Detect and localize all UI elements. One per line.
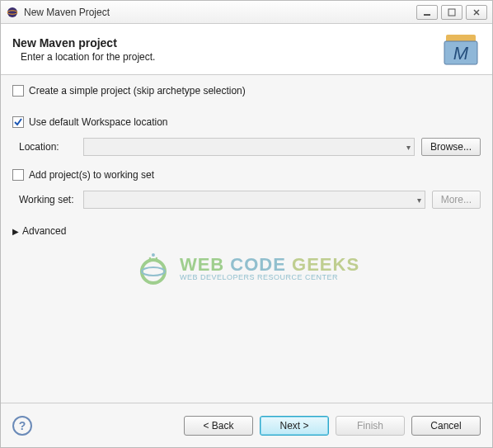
working-set-combo: ▾ [83,191,425,209]
svg-rect-2 [424,14,430,16]
triangle-right-icon: ▶ [12,227,19,236]
svg-rect-3 [448,9,455,16]
close-button[interactable] [466,5,487,20]
simple-project-label: Create a simple project (skip archetype … [29,85,246,97]
working-set-checkbox-row: Add project(s) to working set [12,169,481,181]
footer: ? < Back Next > Finish Cancel [1,403,492,447]
eclipse-icon [6,6,19,19]
svg-point-12 [149,257,151,259]
window-controls [416,5,487,20]
svg-text:M: M [453,43,469,64]
finish-button: Finish [336,416,405,436]
watermark-subtitle: WEB DEVELOPERS RESOURCE CENTER [180,274,359,281]
simple-project-row: Create a simple project (skip archetype … [12,85,481,97]
working-set-label: Working set: [19,194,77,205]
window-title: New Maven Project [24,7,411,18]
svg-point-11 [152,253,155,257]
svg-point-0 [7,7,17,17]
minimize-button[interactable] [416,5,438,20]
browse-button[interactable]: Browse... [421,138,481,156]
simple-project-checkbox[interactable] [12,85,24,97]
location-label: Location: [19,141,77,153]
location-combo[interactable]: ▾ [83,138,415,156]
svg-point-13 [156,257,157,259]
default-workspace-checkbox[interactable] [12,116,24,128]
working-set-row: Working set: ▾ More... [19,191,481,209]
back-button[interactable]: < Back [184,416,253,436]
dialog-window: New Maven Project New Maven project Ente… [0,0,493,448]
content-area: Create a simple project (skip archetype … [1,75,492,403]
next-button[interactable]: Next > [260,416,329,436]
svg-point-10 [142,267,165,276]
maven-icon: M [441,30,481,69]
banner: New Maven project Enter a location for t… [1,24,492,75]
watermark-title: WEB CODE GEEKS [180,256,359,274]
default-workspace-label: Use default Workspace location [29,116,168,128]
banner-heading: New Maven project [12,36,441,50]
maximize-button[interactable] [441,5,462,20]
chevron-down-icon: ▾ [406,143,411,152]
default-workspace-row: Use default Workspace location [12,116,481,128]
help-icon[interactable]: ? [12,416,32,436]
banner-subtext: Enter a location for the project. [12,51,441,63]
location-row: Location: ▾ Browse... [19,138,481,156]
svg-point-9 [142,260,165,283]
advanced-toggle[interactable]: ▶ Advanced [12,225,481,237]
chevron-down-icon: ▾ [417,196,421,205]
working-set-checkbox-label: Add project(s) to working set [29,169,154,181]
watermark: WEB CODE GEEKS WEB DEVELOPERS RESOURCE C… [134,248,359,288]
working-set-checkbox[interactable] [12,169,24,181]
more-button: More... [432,191,481,209]
titlebar: New Maven Project [1,1,492,24]
advanced-label: Advanced [22,225,66,237]
cancel-button[interactable]: Cancel [411,416,481,436]
